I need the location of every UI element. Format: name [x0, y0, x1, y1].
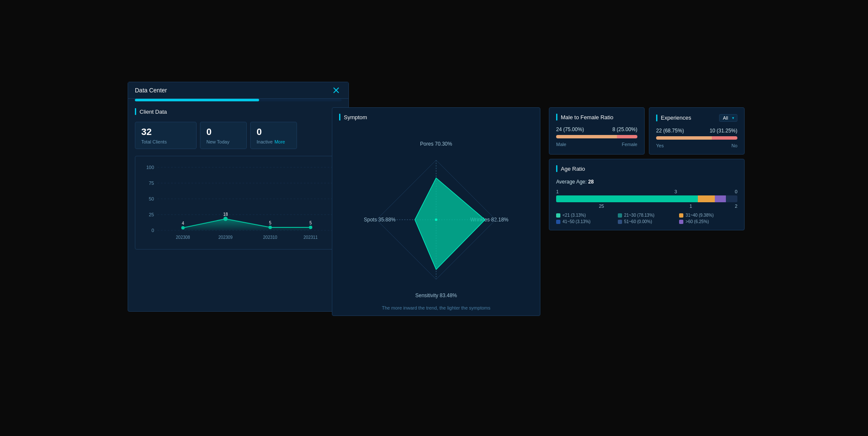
data-center-window: Data Center Client Data 32 Total Clients… [128, 82, 349, 312]
new-today-label: New Today [206, 139, 240, 144]
svg-point-30 [435, 218, 437, 221]
legend-label-60plus: >60 (6.25%) [685, 219, 709, 224]
exp-ratio-values: 22 (68.75%) 10 (31.25%) [656, 128, 737, 134]
window-title: Data Center [135, 87, 167, 94]
legend-label-31-40: 31~40 (9.38%) [685, 213, 714, 218]
ratio-values: 24 (75.00%) 8 (25.00%) [556, 126, 637, 132]
more-link[interactable]: More [274, 139, 285, 144]
dropdown-wrapper[interactable]: All ▼ [719, 114, 737, 122]
radar-svg [364, 138, 508, 302]
svg-point-13 [181, 226, 185, 229]
yes-value: 22 (68.75%) [656, 128, 684, 134]
symptom-title: Symptom [339, 114, 533, 120]
legend-31-40: 31~40 (9.38%) [679, 213, 737, 218]
male-female-ratio-panel: Male to Female Ratio 24 (75.00%) 8 (25.0… [549, 107, 645, 155]
ratio-bar [556, 135, 637, 138]
no-bar [712, 136, 737, 140]
svg-text:18: 18 [223, 212, 228, 217]
right-panels: Male to Female Ratio 24 (75.00%) 8 (25.0… [549, 107, 745, 230]
legend-60plus: >60 (6.25%) [679, 219, 737, 224]
inactive-label: Inactive [257, 139, 273, 144]
legend-label-under21: <21 (3.13%) [562, 213, 586, 218]
age-bar-wrapper: 1 3 0 25 1 2 [556, 189, 737, 209]
exp-ratio-bar [656, 136, 737, 140]
legend-label-21-30: 21~30 (78.13%) [624, 213, 654, 218]
svg-point-14 [223, 217, 228, 221]
avg-age-row: Average Age: 28 [556, 179, 737, 185]
legend-dot-60plus [679, 220, 683, 224]
inactive-value: 0 [257, 126, 291, 138]
no-value: 10 (31.25%) [710, 128, 737, 134]
chart-footnote: The more inward the trend, the lighter t… [382, 305, 491, 310]
svg-text:202311: 202311 [303, 235, 318, 240]
stats-row: 32 Total Clients 0 New Today 0 Inactive … [135, 122, 342, 149]
avg-age-label: Average Age: [556, 179, 588, 185]
ratio-title: Male to Female Ratio [556, 114, 614, 120]
svg-point-15 [268, 226, 272, 229]
svg-text:5: 5 [269, 221, 271, 225]
legend-dot-51-60 [618, 220, 622, 224]
svg-text:25: 25 [149, 212, 154, 217]
total-clients-value: 32 [141, 126, 190, 138]
svg-point-16 [309, 226, 312, 229]
client-data-panel: Client Data 32 Total Clients 0 New Today… [128, 101, 348, 256]
age-bar-60plus [715, 195, 726, 202]
svg-text:202308: 202308 [176, 235, 190, 240]
svg-text:5: 5 [309, 221, 312, 225]
legend-dot-31-40 [679, 213, 683, 218]
symptom-content: Pores 70.30% Wrinkles 82.18% Sensitivity… [332, 131, 540, 317]
close-icon [333, 87, 339, 93]
age-numbers-bottom: 25 1 2 [556, 204, 737, 209]
titlebar: Data Center [128, 82, 348, 99]
chart-svg: 100 75 50 25 0 [140, 161, 336, 246]
legend-under21: <21 (3.13%) [556, 213, 614, 218]
svg-marker-12 [183, 219, 311, 230]
age-bar-21-30 [556, 195, 698, 202]
legend-label-41-50: 41~50 (3.13%) [562, 219, 591, 224]
age-bar-31-40 [698, 195, 715, 202]
ratio-header: Male to Female Ratio [556, 114, 637, 120]
svg-text:100: 100 [146, 165, 154, 170]
yes-label: Yes [656, 143, 664, 148]
male-value: 24 (75.00%) [556, 126, 584, 132]
age-ratio-panel: Age Ratio Average Age: 28 1 3 0 [549, 159, 745, 230]
ratio-labels: Male Female [556, 142, 637, 147]
female-bar [617, 135, 637, 138]
age-bar-rest [726, 195, 737, 202]
experiences-title: Experiences [656, 115, 691, 121]
male-bar [556, 135, 617, 138]
legend-21-30: 21~30 (78.13%) [618, 213, 676, 218]
section-title: Client Data [135, 108, 342, 115]
svg-text:202309: 202309 [218, 235, 233, 240]
svg-text:4: 4 [182, 221, 184, 226]
female-value: 8 (25.00%) [612, 126, 637, 132]
legend-dot-21-30 [618, 213, 622, 218]
experiences-dropdown[interactable]: All [719, 114, 737, 122]
experiences-header: Experiences All ▼ [656, 114, 737, 122]
total-clients-label: Total Clients [141, 139, 190, 144]
age-bar [556, 195, 737, 202]
yes-bar [656, 136, 712, 140]
close-button[interactable] [331, 86, 342, 94]
inactive-card: 0 Inactive More [250, 122, 297, 149]
radar-chart-wrapper: Pores 70.30% Wrinkles 82.18% Sensitivity… [364, 138, 508, 302]
svg-text:0: 0 [151, 228, 154, 233]
age-legend: <21 (3.13%) 21~30 (78.13%) 31~40 (9.38%)… [556, 213, 737, 224]
svg-text:75: 75 [149, 181, 154, 186]
symptom-header: Symptom [332, 108, 540, 131]
symptom-panel: Symptom Pores 70.30% Wrinkles 82.18% Sen… [332, 107, 540, 316]
age-ratio-title: Age Ratio [556, 165, 737, 172]
age-numbers-top: 1 3 0 [556, 189, 737, 194]
female-label: Female [622, 142, 637, 147]
legend-41-50: 41~50 (3.13%) [556, 219, 614, 224]
right-top-row: Male to Female Ratio 24 (75.00%) 8 (25.0… [549, 107, 745, 155]
legend-label-51-60: 51~60 (0.00%) [624, 219, 652, 224]
legend-dot-41-50 [556, 220, 560, 224]
avg-age-value: 28 [588, 179, 594, 185]
male-label: Male [556, 142, 566, 147]
no-label: No [731, 143, 737, 148]
svg-text:202310: 202310 [263, 235, 277, 240]
exp-ratio-labels: Yes No [656, 143, 737, 148]
experiences-panel: Experiences All ▼ 22 (68.75%) 10 (31.25%… [649, 107, 745, 155]
new-today-card: 0 New Today [200, 122, 247, 149]
